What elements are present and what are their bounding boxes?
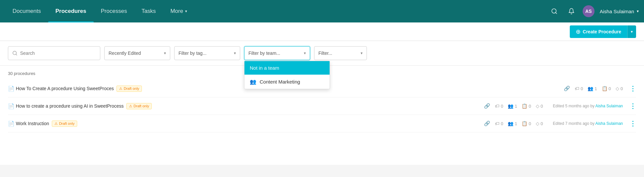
team-option-content-marketing[interactable]: 👥 Content Marketing: [244, 75, 330, 89]
link-icon[interactable]: 🔗: [484, 121, 490, 126]
tags-stat: 🏷 0: [495, 121, 503, 126]
avatar[interactable]: AS: [583, 5, 595, 17]
team-icon: 👥: [250, 79, 256, 85]
document-icon: 📄: [8, 86, 15, 92]
doc-icon: 📋: [522, 121, 527, 126]
tags-stat: 🏷 0: [495, 103, 503, 109]
tag-caret-icon: ▾: [234, 51, 236, 55]
docs-stat: 📋 0: [522, 103, 531, 109]
warning-icon: ⚠: [129, 104, 132, 108]
more-options-button[interactable]: ⋮: [629, 85, 636, 92]
svg-line-3: [16, 54, 17, 55]
docs-stat: 📋 0: [522, 121, 531, 126]
docs-stat: 📋 0: [602, 86, 611, 91]
extra-filter-caret-icon: ▾: [361, 51, 363, 55]
search-button[interactable]: [548, 5, 560, 17]
proc-stats: 🔗 🏷 0 👥 1 📋 0 ◇ 0 Edited: [484, 103, 623, 109]
link-icon[interactable]: 🔗: [484, 103, 490, 109]
proc-title-area: 📄 How to create a procedure using AI in …: [8, 103, 152, 109]
people-icon: 👥: [588, 86, 593, 91]
draft-badge: ⚠ Draft only: [126, 103, 152, 109]
tag-filter[interactable]: Filter by tag... ▾: [174, 46, 240, 60]
team-stat: 👥 1: [588, 86, 597, 91]
diamond-icon: ◇: [536, 121, 539, 126]
nav-item-tasks[interactable]: Tasks: [134, 0, 163, 22]
more-options-button[interactable]: ⋮: [629, 120, 636, 127]
team-option-not-in-team[interactable]: Not in a team: [244, 61, 330, 75]
proc-title[interactable]: How to create a procedure using AI in Sw…: [16, 103, 124, 109]
steps-stat: ◇ 0: [536, 103, 543, 109]
nav-item-processes[interactable]: Processes: [94, 0, 134, 22]
sort-caret-icon: ▾: [164, 51, 166, 55]
team-stat: 👥 1: [508, 121, 517, 126]
warning-icon: ⚠: [54, 122, 58, 126]
team-filter-wrapper: Filter by team... ▾ Not in a team 👥 Cont…: [244, 46, 310, 60]
search-input[interactable]: [20, 51, 96, 56]
team-option-label: Content Marketing: [260, 79, 300, 85]
plus-icon: ⊕: [576, 28, 581, 35]
more-caret-icon: ▾: [185, 9, 187, 14]
search-box-icon: [12, 51, 17, 56]
navbar: Documents Procedures Processes Tasks Mor…: [0, 0, 644, 22]
create-caret-icon: ▾: [631, 29, 633, 34]
bell-icon: [568, 8, 575, 15]
table-row: 📄 Work Instruction ⚠ Draft only 🔗 🏷 0 👥 …: [8, 115, 636, 132]
people-icon: 👥: [508, 103, 513, 109]
meta-user-link[interactable]: Aisha Sulaiman: [596, 121, 623, 126]
proc-stats: 🔗 🏷 0 👥 1 📋 0 ◇ 0 Edited: [484, 121, 623, 126]
proc-title[interactable]: Work Instruction: [16, 121, 49, 126]
doc-icon: 📋: [602, 86, 607, 91]
subheader: ⊕ Create Procedure ▾: [0, 22, 644, 41]
tag-icon: 🏷: [575, 86, 579, 91]
search-box[interactable]: [8, 46, 100, 60]
meta-user-link[interactable]: Aisha Sulaiman: [596, 104, 623, 108]
search-icon: [551, 8, 558, 15]
svg-line-1: [556, 13, 557, 14]
user-menu[interactable]: Aisha Sulaiman ▾: [600, 9, 639, 14]
document-icon: 📄: [8, 121, 15, 127]
extra-filter[interactable]: Filter... ▾: [314, 46, 367, 60]
nav-item-more[interactable]: More ▾: [163, 0, 194, 22]
nav-item-documents[interactable]: Documents: [5, 0, 48, 22]
team-caret-icon: ▾: [304, 51, 306, 55]
warning-icon: ⚠: [119, 87, 122, 91]
doc-icon: 📋: [522, 103, 527, 109]
proc-meta: Edited 7 months ago by Aisha Sulaiman: [553, 121, 623, 126]
draft-badge: ⚠ Draft only: [116, 86, 142, 92]
team-filter[interactable]: Filter by team... ▾: [244, 46, 310, 60]
draft-badge: ⚠ Draft only: [52, 121, 77, 127]
people-icon: 👥: [508, 121, 513, 126]
link-icon[interactable]: 🔗: [564, 86, 570, 91]
proc-stats: 🔗 🏷 0 👥 1 📋 0 ◇ 0: [564, 86, 623, 91]
create-procedure-button-group: ⊕ Create Procedure ▾: [570, 25, 636, 38]
sort-filter[interactable]: Recently Edited ▾: [104, 46, 170, 60]
main-content: Recently Edited ▾ Filter by tag... ▾ Fil…: [0, 41, 644, 165]
team-dropdown-menu: Not in a team 👥 Content Marketing: [244, 61, 330, 89]
diamond-icon: ◇: [616, 86, 619, 91]
steps-stat: ◇ 0: [616, 86, 623, 91]
create-procedure-caret-button[interactable]: ▾: [627, 25, 636, 38]
create-procedure-button[interactable]: ⊕ Create Procedure: [570, 25, 627, 38]
notifications-button[interactable]: [565, 5, 577, 17]
nav-item-procedures[interactable]: Procedures: [48, 0, 94, 22]
nav-right: AS Aisha Sulaiman ▾: [548, 0, 639, 22]
tag-icon: 🏷: [495, 103, 499, 109]
tag-icon: 🏷: [495, 121, 499, 126]
more-options-button[interactable]: ⋮: [629, 102, 636, 110]
user-menu-caret-icon: ▾: [637, 9, 639, 14]
steps-stat: ◇ 0: [536, 121, 543, 126]
tags-stat: 🏷 0: [575, 86, 583, 91]
diamond-icon: ◇: [536, 103, 539, 109]
proc-title-area: 📄 Work Instruction ⚠ Draft only: [8, 121, 77, 127]
proc-meta: Edited 5 months ago by Aisha Sulaiman: [553, 104, 623, 108]
team-option-label: Not in a team: [250, 65, 279, 71]
nav-left: Documents Procedures Processes Tasks Mor…: [5, 0, 548, 22]
filters-row: Recently Edited ▾ Filter by tag... ▾ Fil…: [0, 41, 644, 66]
proc-title-area: 📄 How To Create A procedure Using SweetP…: [8, 86, 142, 92]
team-stat: 👥 1: [508, 103, 517, 109]
proc-title[interactable]: How To Create A procedure Using SweetPro…: [16, 86, 114, 91]
document-icon: 📄: [8, 103, 15, 109]
table-row: 📄 How to create a procedure using AI in …: [8, 97, 636, 115]
